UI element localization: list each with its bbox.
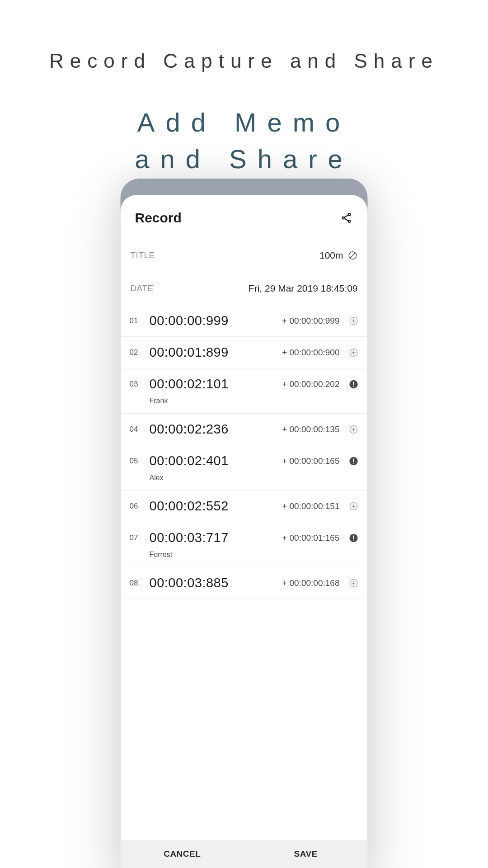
lap-time: 00:00:02:236 bbox=[150, 422, 276, 437]
svg-point-2 bbox=[348, 220, 351, 222]
lap-row[interactable]: 0500:00:02:401+ 00:00:00:165Alex bbox=[121, 445, 368, 491]
title-value: 100m bbox=[319, 250, 343, 261]
cancel-button[interactable]: CANCEL bbox=[121, 840, 244, 868]
lap-number: 07 bbox=[130, 533, 143, 542]
add-memo-button[interactable] bbox=[349, 501, 359, 511]
phone-frame: Record TITLE 100m bbox=[121, 179, 368, 868]
lap-split: + 00:00:00:202 bbox=[282, 379, 339, 389]
lap-number: 05 bbox=[130, 457, 143, 466]
date-row[interactable]: DATE Fri, 29 Mar 2019 18:45:09 bbox=[121, 272, 368, 305]
lap-number: 08 bbox=[130, 579, 143, 588]
svg-point-1 bbox=[343, 217, 345, 219]
lap-time: 00:00:01:899 bbox=[150, 345, 276, 360]
svg-rect-26 bbox=[353, 535, 354, 538]
date-label: DATE bbox=[131, 283, 154, 293]
lap-time: 00:00:02:552 bbox=[150, 499, 276, 514]
footer-actions: CANCEL SAVE bbox=[121, 840, 368, 868]
lap-row[interactable]: 0300:00:02:101+ 00:00:00:202Frank bbox=[121, 368, 368, 414]
title-row[interactable]: TITLE 100m bbox=[121, 239, 368, 272]
marketing-subtitle-line1: Add Memo bbox=[137, 108, 351, 137]
svg-rect-27 bbox=[353, 539, 354, 540]
plus-circle-icon bbox=[349, 425, 359, 434]
memo-alert-button[interactable] bbox=[349, 456, 359, 466]
memo-alert-button[interactable] bbox=[349, 533, 359, 543]
alert-circle-icon bbox=[349, 456, 359, 466]
lap-time: 00:00:00:999 bbox=[150, 313, 276, 328]
marketing-subtitle-line2: and Share bbox=[135, 144, 353, 174]
svg-point-0 bbox=[348, 213, 351, 216]
plus-circle-icon bbox=[349, 316, 359, 326]
save-button[interactable]: SAVE bbox=[244, 840, 368, 868]
lap-number: 06 bbox=[130, 502, 143, 511]
lap-split: + 00:00:00:999 bbox=[282, 316, 339, 326]
lap-split: + 00:00:00:135 bbox=[282, 425, 339, 434]
svg-rect-15 bbox=[353, 386, 354, 387]
lap-time: 00:00:03:885 bbox=[150, 576, 276, 590]
alert-circle-icon bbox=[349, 533, 359, 543]
svg-rect-14 bbox=[353, 382, 354, 385]
share-button[interactable] bbox=[340, 211, 353, 225]
lap-row[interactable]: 0600:00:02:552+ 00:00:00:151 bbox=[121, 491, 368, 522]
lap-memo: Alex bbox=[150, 474, 359, 482]
lap-number: 04 bbox=[130, 425, 143, 434]
svg-line-4 bbox=[344, 218, 348, 221]
plus-circle-icon bbox=[349, 578, 359, 588]
lap-row[interactable]: 0400:00:02:236+ 00:00:00:135 bbox=[121, 414, 368, 445]
marketing-title: Record Capture and Share bbox=[0, 50, 488, 72]
lap-number: 02 bbox=[130, 348, 143, 357]
lap-list[interactable]: 0100:00:00:999+ 00:00:00:9990200:00:01:8… bbox=[121, 305, 368, 840]
lap-row[interactable]: 0700:00:03:717+ 00:00:01:165Forrest bbox=[121, 522, 368, 567]
add-memo-button[interactable] bbox=[349, 348, 359, 358]
plus-circle-icon bbox=[349, 501, 359, 511]
lap-row[interactable]: 0100:00:00:999+ 00:00:00:999 bbox=[121, 305, 368, 337]
alert-circle-icon bbox=[349, 379, 359, 389]
lap-memo: Forrest bbox=[150, 551, 359, 559]
plus-circle-icon bbox=[349, 348, 359, 358]
lap-row[interactable]: 0800:00:03:885+ 00:00:00:168 bbox=[121, 567, 368, 599]
lap-split: + 00:00:00:165 bbox=[282, 456, 339, 466]
svg-rect-21 bbox=[353, 462, 354, 463]
sheet-header: Record bbox=[121, 195, 368, 239]
lap-number: 03 bbox=[130, 380, 143, 389]
add-memo-button[interactable] bbox=[349, 578, 359, 588]
lap-time: 00:00:02:401 bbox=[150, 453, 276, 468]
lap-number: 01 bbox=[130, 316, 143, 326]
svg-rect-20 bbox=[353, 458, 354, 462]
add-memo-button[interactable] bbox=[349, 425, 359, 434]
lap-split: + 00:00:00:151 bbox=[282, 501, 339, 511]
marketing-subtitle: Add Memo and Share bbox=[0, 104, 488, 177]
date-value: Fri, 29 Mar 2019 18:45:09 bbox=[249, 283, 358, 294]
block-icon bbox=[348, 250, 358, 260]
sheet-title: Record bbox=[135, 210, 182, 226]
record-sheet: Record TITLE 100m bbox=[121, 195, 368, 868]
title-label: TITLE bbox=[131, 250, 155, 260]
lap-row[interactable]: 0200:00:01:899+ 00:00:00:900 bbox=[121, 337, 368, 368]
svg-line-3 bbox=[344, 215, 348, 217]
lap-split: + 00:00:01:165 bbox=[282, 533, 339, 543]
memo-alert-button[interactable] bbox=[349, 379, 359, 389]
svg-line-6 bbox=[350, 253, 355, 258]
lap-split: + 00:00:00:900 bbox=[282, 348, 339, 358]
lap-memo: Frank bbox=[150, 397, 359, 405]
add-memo-button[interactable] bbox=[349, 316, 359, 326]
lap-split: + 00:00:00:168 bbox=[282, 578, 339, 588]
share-icon bbox=[341, 212, 352, 224]
lap-time: 00:00:02:101 bbox=[150, 377, 276, 392]
lap-time: 00:00:03:717 bbox=[150, 530, 276, 545]
